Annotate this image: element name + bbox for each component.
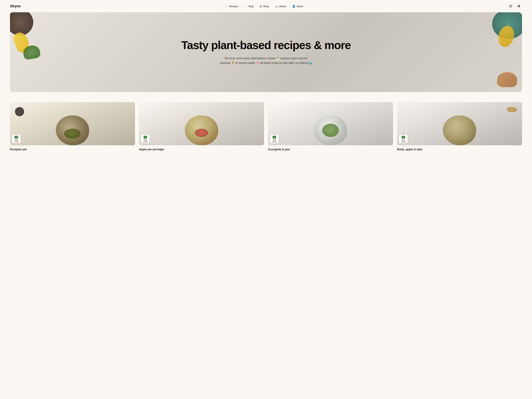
hero-subtitle: Discover some tasty plant-based recipes … <box>219 56 313 66</box>
apple-decoration <box>195 129 208 137</box>
recipes-icon: 🍴 <box>225 5 228 7</box>
recipe-card[interactable]: A Carbonrating Courgette & pea <box>268 102 393 151</box>
recipe-grid: A Carbonrating Pumpkin pie <box>10 102 522 151</box>
nuts-decoration <box>507 107 517 112</box>
bar-red <box>18 141 18 142</box>
recipe-title: Apple pie porridge <box>139 148 264 151</box>
instagram-button[interactable] <box>507 3 514 9</box>
hero-content: Tasty plant-based recipes & more Discove… <box>10 12 522 92</box>
nav-item-blog[interactable]: 📄 Blog <box>244 5 253 8</box>
carbon-rating-letter: A <box>144 136 147 139</box>
dates-decoration <box>15 107 24 116</box>
carbon-badge: A Carbonrating <box>399 135 408 143</box>
bar-red <box>405 141 405 142</box>
recipe-card[interactable]: A Carbonrating Nutty, apple & date <box>397 102 522 151</box>
svg-point-1 <box>510 6 511 6</box>
bar-yellow <box>15 141 16 142</box>
recipe-image-wrap: A Carbonrating <box>10 102 135 145</box>
carbon-label: Carbonrating <box>144 139 147 141</box>
bar-green <box>272 141 273 142</box>
hero-title: Tasty plant-based recipes & more <box>181 39 351 51</box>
pinterest-icon <box>518 5 520 7</box>
recipe-image-wrap: A Carbonrating <box>268 102 393 145</box>
carbon-bar <box>144 141 147 142</box>
nav-label-books: Books <box>279 5 286 8</box>
carbon-rating-letter: A <box>402 136 405 139</box>
bar-yellow <box>273 141 274 142</box>
navbar: Stryve 🍴 Recipes 📄 Blog 🛍 Shop 📖 Books <box>0 0 532 12</box>
recipe-image-wrap: A Carbonrating <box>139 102 264 145</box>
nav-label-shop: Shop <box>263 5 269 8</box>
bar-yellow <box>403 141 403 142</box>
recipe-title: Pumpkin pie <box>10 148 135 151</box>
recipe-title: Nutty, apple & date <box>397 148 522 151</box>
nav-label-about: About <box>297 5 303 8</box>
seeds-decoration <box>64 129 81 139</box>
nav-links: 🍴 Recipes 📄 Blog 🛍 Shop 📖 Books 👤 <box>225 5 303 8</box>
bar-orange <box>146 141 146 142</box>
instagram-icon <box>509 5 512 7</box>
logo[interactable]: Stryve <box>10 4 21 8</box>
recipe-title: Courgette & pea <box>268 148 393 151</box>
carbon-bar <box>14 141 18 142</box>
shop-icon: 🛍 <box>260 5 262 7</box>
carbon-label: Carbonrating <box>273 139 276 141</box>
carbon-rating-letter: A <box>273 136 276 139</box>
carbon-badge: A Carbonrating <box>141 135 150 143</box>
nav-label-recipes: Recipes <box>229 5 238 8</box>
recipe-card[interactable]: A Carbonrating Apple pie porridge <box>139 102 264 151</box>
nav-item-recipes[interactable]: 🍴 Recipes <box>225 5 238 8</box>
books-icon: 📖 <box>275 5 278 7</box>
bowl-decoration <box>443 115 476 145</box>
hero-section: Tasty plant-based recipes & more Discove… <box>10 12 522 92</box>
nav-label-blog: Blog <box>248 5 253 8</box>
carbon-bar <box>401 141 405 142</box>
pinterest-button[interactable] <box>516 3 522 9</box>
svg-rect-0 <box>509 5 512 7</box>
carbon-bar <box>272 141 276 142</box>
carbon-badge: A Carbonrating <box>12 135 21 143</box>
recipe-image-wrap: A Carbonrating <box>397 102 522 145</box>
carbon-rating-letter: A <box>15 136 18 139</box>
about-icon: 👤 <box>292 5 295 7</box>
nav-item-books[interactable]: 📖 Books <box>275 5 286 8</box>
bar-orange <box>274 141 275 142</box>
svg-point-2 <box>511 5 511 6</box>
carbon-badge: A Carbonrating <box>270 135 279 143</box>
bar-green <box>14 141 15 142</box>
bar-yellow <box>145 141 145 142</box>
bar-red <box>146 141 147 142</box>
bar-red <box>275 141 276 142</box>
social-links <box>507 3 522 9</box>
carbon-label: Carbonrating <box>402 139 405 141</box>
nav-item-shop[interactable]: 🛍 Shop <box>260 5 269 8</box>
bar-orange <box>404 141 404 142</box>
carbon-label: Carbonrating <box>15 139 18 141</box>
bar-orange <box>16 141 17 142</box>
nav-item-about[interactable]: 👤 About <box>292 5 303 8</box>
recipes-section: A Carbonrating Pumpkin pie <box>0 102 532 161</box>
bar-green <box>144 141 144 142</box>
bar-green <box>401 141 402 142</box>
recipe-card[interactable]: A Carbonrating Pumpkin pie <box>10 102 135 151</box>
blog-icon: 📄 <box>244 5 247 7</box>
greens-decoration <box>322 124 339 137</box>
